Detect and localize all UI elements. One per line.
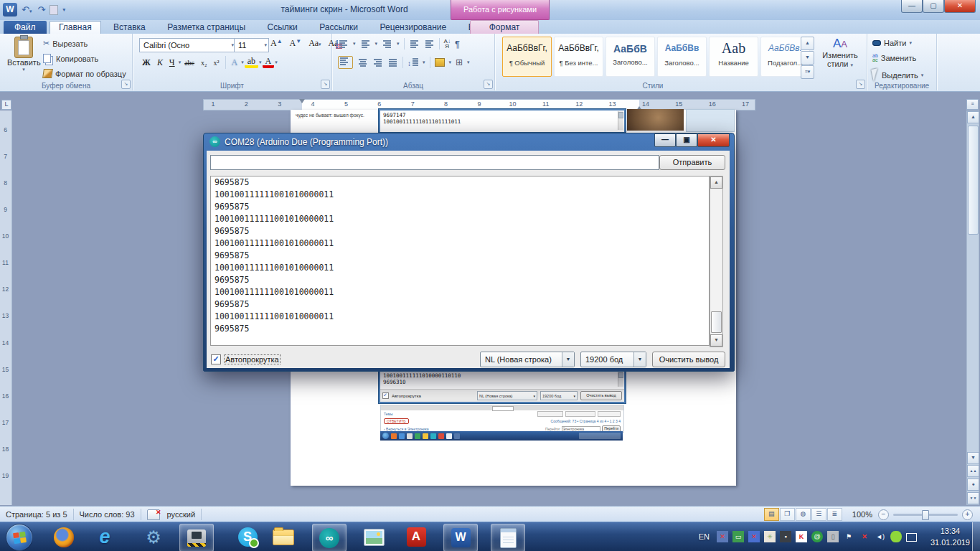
clipboard-dialog-launcher[interactable]: ↘ (121, 80, 131, 89)
autoscroll-label[interactable]: Автопрокрутка (225, 355, 280, 364)
tray-sync-icon[interactable]: ✕ (748, 531, 760, 542)
zoom-in-button[interactable]: + (962, 509, 973, 520)
replace-button[interactable]: abac Заменить (872, 54, 916, 62)
word-taskbar-icon[interactable]: W (443, 524, 478, 551)
font-family-combo[interactable]: Calibri (Осно▾ (139, 38, 236, 52)
word-count[interactable]: Число слов: 93 (80, 510, 135, 519)
qat-customize-icon[interactable]: ▾ (62, 6, 65, 13)
tab-references[interactable]: Ссылки (258, 21, 307, 34)
font-size-combo[interactable]: 11▾ (234, 38, 269, 52)
zoom-slider[interactable] (893, 514, 958, 516)
indent-marker-left-icon[interactable] (299, 99, 305, 103)
view-web-layout-button[interactable]: ◍ (796, 508, 811, 521)
styles-dialog-launcher[interactable]: ↘ (856, 80, 865, 89)
find-button[interactable]: Найти▾ (872, 39, 912, 47)
align-left-button[interactable] (338, 56, 353, 69)
bold-button[interactable]: Ж (139, 57, 154, 69)
notepad-icon[interactable] (491, 524, 525, 551)
tab-insert[interactable]: Вставка (104, 21, 155, 34)
baud-rate-combo[interactable]: 19200 бод▼ (580, 352, 646, 367)
serial-close-button[interactable]: ✕ (697, 133, 730, 147)
gear-app-icon[interactable]: ⚙ (137, 524, 170, 550)
select-button[interactable]: Выделить▾ (872, 69, 923, 81)
language-indicator[interactable]: русский (167, 510, 195, 519)
tray-volume-icon[interactable]: ◄) (875, 531, 886, 542)
align-center-button[interactable] (357, 58, 368, 67)
subscript-button[interactable]: x₂ (198, 58, 210, 67)
internet-explorer-icon[interactable]: e (88, 524, 121, 550)
console-scroll-up-icon[interactable]: ▲ (710, 176, 722, 189)
underline-button[interactable]: Ч (166, 57, 178, 69)
embedded-screenshot-monitor-bottom[interactable]: 100100111111010000110110 9696310 ✓ Автоп… (379, 370, 626, 403)
view-fullscreen-button[interactable]: ❐ (780, 508, 795, 521)
serial-output[interactable]: 9695875100100111111001010000011969587510… (210, 176, 710, 346)
show-desktop-button[interactable] (972, 522, 980, 551)
send-button[interactable]: Отправить (659, 155, 725, 170)
tab-review[interactable]: Рецензирование (371, 21, 456, 34)
show-marks-icon[interactable]: ¶ (455, 39, 460, 50)
justify-button[interactable] (387, 58, 398, 67)
numbering-icon[interactable] (360, 39, 371, 48)
tray-network-icon[interactable]: @ (811, 531, 823, 542)
paragraph-dialog-launcher[interactable]: ↘ (484, 80, 493, 89)
embedded-photo[interactable] (627, 109, 684, 131)
zoom-out-button[interactable]: − (878, 509, 889, 520)
shrink-font-button[interactable]: А▼ (287, 37, 305, 50)
tab-stop-selector[interactable]: L (1, 100, 11, 110)
line-spacing-icon[interactable]: ↕ (407, 57, 418, 67)
style-no-spacing[interactable]: АаБбВвГг, ¶ Без инте... (554, 37, 603, 77)
change-case-button[interactable]: Аа▾ (306, 37, 324, 50)
decrease-indent-icon[interactable] (409, 39, 420, 48)
highlight-color-button[interactable]: ab (245, 57, 258, 68)
keyboard-language-indicator[interactable]: EN (699, 532, 710, 541)
styles-scroll-up-button[interactable]: ▲ (801, 37, 814, 50)
style-heading2[interactable]: АаБбВв Заголово... (657, 37, 707, 77)
explorer-folder-icon[interactable] (267, 524, 300, 550)
tray-flag-icon[interactable]: ⚑ (843, 531, 854, 542)
autoscroll-checkbox[interactable]: ✓ (211, 354, 221, 364)
serial-monitor-titlebar[interactable]: ∞ COM28 (Arduino Due (Programming Port)) (209, 136, 388, 147)
borders-icon[interactable]: ⊞ (456, 57, 463, 67)
tray-error-icon[interactable]: ✕ (859, 531, 870, 542)
quick-print-icon[interactable] (50, 5, 58, 15)
copy-button[interactable]: Копировать (43, 54, 98, 63)
cut-button[interactable]: ✂ Вырезать (43, 39, 88, 48)
view-draft-button[interactable]: ≣ (827, 508, 842, 521)
page-indicator[interactable]: Страница: 5 из 5 (6, 510, 67, 519)
start-button[interactable] (6, 524, 33, 551)
styles-scroll-down-button[interactable]: ▼ (801, 51, 814, 65)
bullets-icon[interactable] (338, 39, 349, 48)
multilevel-list-icon[interactable] (382, 39, 392, 48)
ruler-toggle-button[interactable]: ≡ (966, 99, 979, 110)
style-heading1[interactable]: АаБбВ Заголово... (606, 37, 655, 77)
embedded-screenshot-monitor-top[interactable]: 9697147 100100111111011101111011 (379, 109, 626, 132)
tray-usb-icon[interactable]: ▯ (827, 531, 839, 542)
tray-battery-icon[interactable] (890, 531, 902, 542)
zoom-slider-thumb[interactable] (922, 510, 929, 520)
scrollbar-thumb[interactable] (968, 126, 979, 235)
view-print-layout-button[interactable]: ▤ (764, 508, 779, 521)
font-dialog-launcher[interactable]: ↘ (321, 80, 330, 89)
document-scrollbar[interactable]: ▲ ▼ ▲▲ ● ▼▼ (966, 110, 979, 505)
arduino-taskbar-icon[interactable]: ∞ (312, 524, 347, 551)
line-ending-combo[interactable]: NL (Новая строка)▼ (480, 352, 575, 367)
change-styles-button[interactable]: АA Изменитьстили ▾ (818, 37, 862, 68)
superscript-button[interactable]: x² (211, 58, 222, 67)
scroll-up-button[interactable]: ▲ (967, 111, 979, 123)
next-page-button[interactable]: ▼▼ (967, 492, 979, 504)
machine-app-icon[interactable] (179, 524, 214, 551)
serial-minimize-button[interactable]: — (654, 133, 676, 147)
tab-mailings[interactable]: Рассылки (310, 21, 367, 34)
zoom-level[interactable]: 100% (852, 510, 872, 519)
taskbar-clock[interactable]: 13:34 31.01.2019 (930, 525, 970, 548)
tray-display-icon[interactable]: ▭ (732, 531, 744, 542)
strikethrough-button[interactable]: abc (182, 58, 197, 67)
serial-maximize-button[interactable]: ▣ (676, 133, 697, 147)
browse-object-button[interactable]: ● (967, 479, 979, 491)
spellcheck-icon[interactable]: ✕ (147, 509, 160, 520)
photo-viewer-icon[interactable] (357, 524, 390, 550)
align-right-button[interactable] (372, 58, 383, 67)
view-outline-button[interactable]: ☰ (811, 508, 826, 521)
close-button[interactable]: ✕ (944, 0, 976, 13)
previous-page-button[interactable]: ▲▲ (967, 465, 979, 477)
